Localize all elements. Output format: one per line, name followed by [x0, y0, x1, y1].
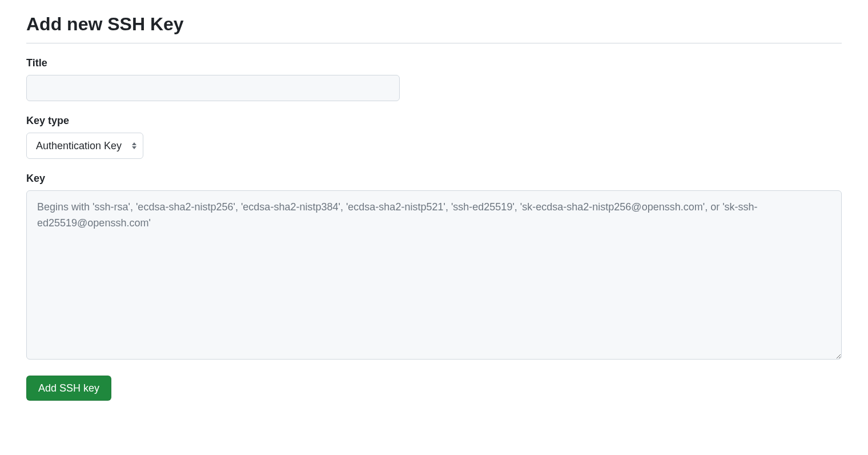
key-group: Key — [26, 173, 842, 362]
title-label: Title — [26, 57, 842, 69]
key-type-label: Key type — [26, 115, 842, 127]
add-ssh-key-form: Title Key type Authentication Key Key Ad… — [26, 57, 842, 401]
page-title: Add new SSH Key — [26, 14, 842, 43]
title-group: Title — [26, 57, 842, 101]
key-label: Key — [26, 173, 842, 185]
title-input[interactable] — [26, 75, 400, 101]
add-ssh-key-button[interactable]: Add SSH key — [26, 376, 111, 401]
key-textarea[interactable] — [26, 190, 842, 360]
key-type-select[interactable]: Authentication Key — [26, 133, 143, 159]
key-type-select-wrapper: Authentication Key — [26, 133, 143, 159]
key-type-group: Key type Authentication Key — [26, 115, 842, 159]
